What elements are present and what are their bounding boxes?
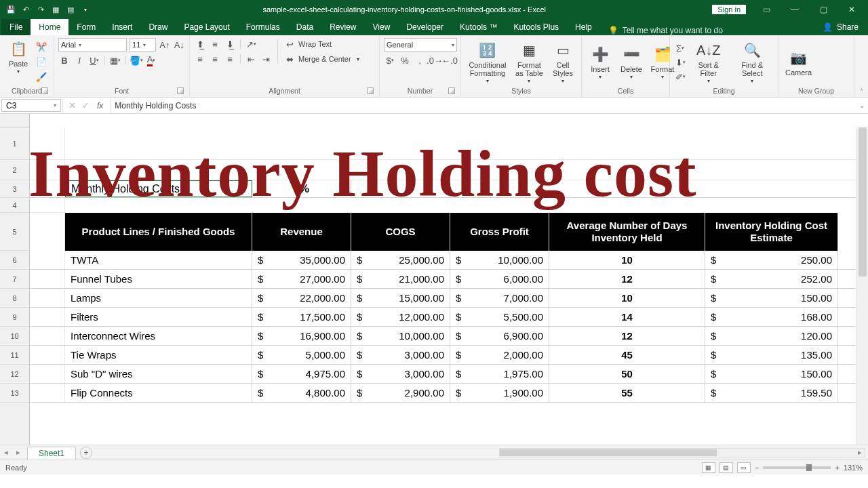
name-box[interactable]: C3▾ xyxy=(1,99,61,112)
align-right-icon[interactable]: ≡ xyxy=(224,53,236,65)
tab-review[interactable]: Review xyxy=(321,19,364,35)
row-header[interactable]: 11 xyxy=(0,346,29,365)
cell-estimate[interactable]: $250.00 xyxy=(705,251,838,269)
cell-cogs[interactable]: $3,000.00 xyxy=(351,346,450,364)
cell-estimate[interactable]: $159.50 xyxy=(705,384,838,402)
tab-page-layout[interactable]: Page Layout xyxy=(176,19,237,35)
insert-cells-button[interactable]: ➕Insert▾ xyxy=(586,43,614,82)
tab-data[interactable]: Data xyxy=(288,19,321,35)
dialog-launcher-icon[interactable] xyxy=(448,87,455,94)
font-name-combo[interactable]: Arial▾ xyxy=(58,38,127,52)
autosum-icon[interactable]: Σ▾ xyxy=(674,42,686,54)
formula-input[interactable]: Monthly Holding Costs xyxy=(111,98,856,113)
cell-gross-profit[interactable]: $7,000.00 xyxy=(450,289,549,307)
view-pagebreak-icon[interactable]: ▭ xyxy=(737,462,751,473)
cell-cogs[interactable]: $2,900.00 xyxy=(351,384,450,402)
number-format-combo[interactable]: General▾ xyxy=(384,38,457,52)
cell-revenue[interactable]: $4,800.00 xyxy=(252,384,351,402)
fill-icon[interactable]: ⬇▾ xyxy=(674,56,686,68)
dialog-launcher-icon[interactable] xyxy=(177,87,184,94)
new-sheet-button[interactable]: + xyxy=(80,447,92,459)
table-row[interactable]: Sub "D" wires$4,975.00$3,000.00$1,975.00… xyxy=(30,365,856,384)
format-as-table-button[interactable]: ▦Format as Table▾ xyxy=(513,39,546,86)
cell-days[interactable]: 45 xyxy=(549,346,705,364)
header-row[interactable]: Product Lines / Finished Goods Revenue C… xyxy=(30,213,856,251)
cell-days[interactable]: 12 xyxy=(549,327,705,345)
cell-product[interactable]: Sub "D" wires xyxy=(65,365,252,383)
row-header[interactable]: 4 xyxy=(0,198,29,213)
expand-formula-icon[interactable]: ⌄ xyxy=(856,98,868,113)
cell-product[interactable]: Tie Wraps xyxy=(65,346,252,364)
fill-color-icon[interactable]: 🪣▾ xyxy=(130,54,142,66)
collapse-ribbon-icon[interactable]: ˄ xyxy=(854,35,868,97)
fx-icon[interactable]: fx xyxy=(93,101,107,110)
align-middle-icon[interactable]: ≡ xyxy=(209,38,221,50)
cell-revenue[interactable]: $5,000.00 xyxy=(252,346,351,364)
undo-icon[interactable]: ↶ xyxy=(20,4,31,15)
format-painter-icon[interactable]: 🖌️ xyxy=(35,70,47,83)
tab-form[interactable]: Form xyxy=(68,19,104,35)
cell-gross-profit[interactable]: $5,500.00 xyxy=(450,308,549,326)
cell-cogs[interactable]: $12,000.00 xyxy=(351,308,450,326)
cell-days[interactable]: 50 xyxy=(549,365,705,383)
sheet-tab-sheet1[interactable]: Sheet1 xyxy=(27,447,76,460)
cell-revenue[interactable]: $27,000.00 xyxy=(252,270,351,288)
clear-icon[interactable]: ✐▾ xyxy=(674,70,686,83)
cell-revenue[interactable]: $35,000.00 xyxy=(252,251,351,269)
cell-days[interactable]: 10 xyxy=(549,289,705,307)
font-size-combo[interactable]: 11▾ xyxy=(130,38,156,52)
row-header[interactable]: 6 xyxy=(0,251,29,270)
tab-file[interactable]: File xyxy=(1,19,31,35)
wrap-text-button[interactable]: ↩Wrap Text xyxy=(283,38,359,50)
tab-kutools-plus[interactable]: Kutools Plus xyxy=(505,19,567,35)
row-header[interactable]: 10 xyxy=(0,327,29,346)
cell-gross-profit[interactable]: $2,000.00 xyxy=(450,346,549,364)
minimize-icon[interactable]: ― xyxy=(781,0,808,19)
comma-icon[interactable]: , xyxy=(414,54,426,66)
tab-view[interactable]: View xyxy=(365,19,399,35)
cell-gross-profit[interactable]: $6,900.00 xyxy=(450,327,549,345)
cell-estimate[interactable]: $135.00 xyxy=(705,346,838,364)
table-row[interactable]: Flip Connects$4,800.00$2,900.00$1,900.00… xyxy=(30,384,856,403)
table-row[interactable]: Filters$17,500.00$12,000.00$5,500.0014$1… xyxy=(30,308,856,327)
row-header[interactable]: 9 xyxy=(0,308,29,327)
percent-icon[interactable]: % xyxy=(399,54,411,66)
conditional-formatting-button[interactable]: 🔢Conditional Formatting▾ xyxy=(465,39,510,86)
cancel-icon[interactable]: ✕ xyxy=(66,100,78,112)
align-top-icon[interactable]: ⬆̲ xyxy=(194,38,206,50)
borders-icon[interactable]: ▦▾ xyxy=(109,54,121,66)
cell-revenue[interactable]: $17,500.00 xyxy=(252,308,351,326)
merge-center-button[interactable]: ⬌Merge & Center▾ xyxy=(283,53,359,65)
table-row[interactable]: Lamps$22,000.00$15,000.00$7,000.0010$150… xyxy=(30,289,856,308)
cell-estimate[interactable]: $150.00 xyxy=(705,289,838,307)
italic-icon[interactable]: I xyxy=(73,54,85,66)
tab-insert[interactable]: Insert xyxy=(104,19,140,35)
dialog-launcher-icon[interactable] xyxy=(41,87,48,94)
cell-gross-profit[interactable]: $1,975.00 xyxy=(450,365,549,383)
align-bottom-icon[interactable]: ⬇̲ xyxy=(224,38,236,50)
cell-estimate[interactable]: $150.00 xyxy=(705,365,838,383)
cell-product[interactable]: Filters xyxy=(65,308,252,326)
underline-icon[interactable]: U▾ xyxy=(88,54,100,66)
enter-icon[interactable]: ✓ xyxy=(79,100,92,112)
cell-gross-profit[interactable]: $1,900.00 xyxy=(450,384,549,402)
cut-icon[interactable]: ✂️ xyxy=(35,41,47,53)
tab-nav-next-icon[interactable]: ▸ xyxy=(12,448,24,457)
cell-revenue[interactable]: $16,900.00 xyxy=(252,327,351,345)
zoom-percent[interactable]: 131% xyxy=(844,464,863,472)
table-row[interactable]: Tie Wraps$5,000.00$3,000.00$2,000.0045$1… xyxy=(30,346,856,365)
maximize-icon[interactable]: ▢ xyxy=(810,0,837,19)
cell-cogs[interactable]: $3,000.00 xyxy=(351,365,450,383)
row-header[interactable]: 13 xyxy=(0,384,29,403)
shrink-font-icon[interactable]: A↓ xyxy=(174,39,185,51)
align-center-icon[interactable]: ≡ xyxy=(209,53,221,65)
vertical-scrollbar[interactable] xyxy=(856,127,868,445)
zoom-out-icon[interactable]: − xyxy=(755,464,759,472)
cell-product[interactable]: TWTA xyxy=(65,251,252,269)
zoom-slider[interactable] xyxy=(763,466,831,469)
row-header[interactable]: 8 xyxy=(0,289,29,308)
delete-cells-button[interactable]: ➖Delete▾ xyxy=(617,43,646,82)
increase-decimal-icon[interactable]: .0→ xyxy=(429,54,441,66)
cell-gross-profit[interactable]: $6,000.00 xyxy=(450,270,549,288)
cell-revenue[interactable]: $4,975.00 xyxy=(252,365,351,383)
